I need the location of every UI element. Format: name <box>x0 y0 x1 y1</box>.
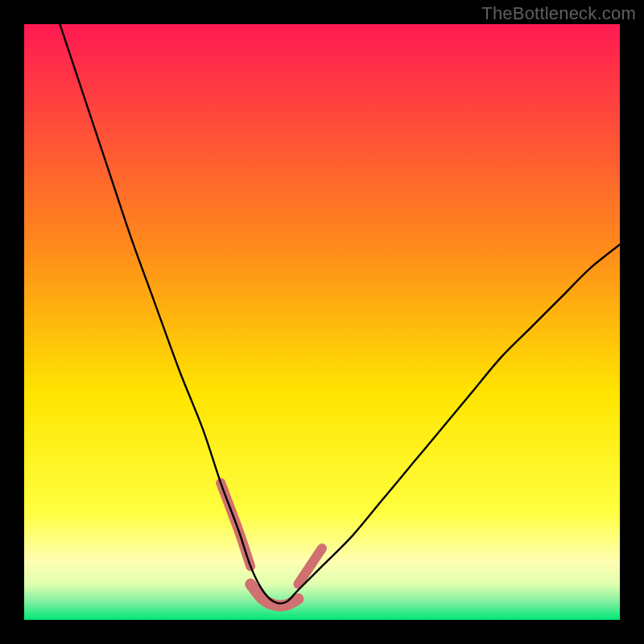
accent-segments <box>221 483 322 606</box>
chart-frame <box>24 24 620 620</box>
chart-svg <box>24 24 620 620</box>
bottleneck-curve <box>60 24 620 604</box>
watermark-text: TheBottleneck.com <box>481 3 636 24</box>
